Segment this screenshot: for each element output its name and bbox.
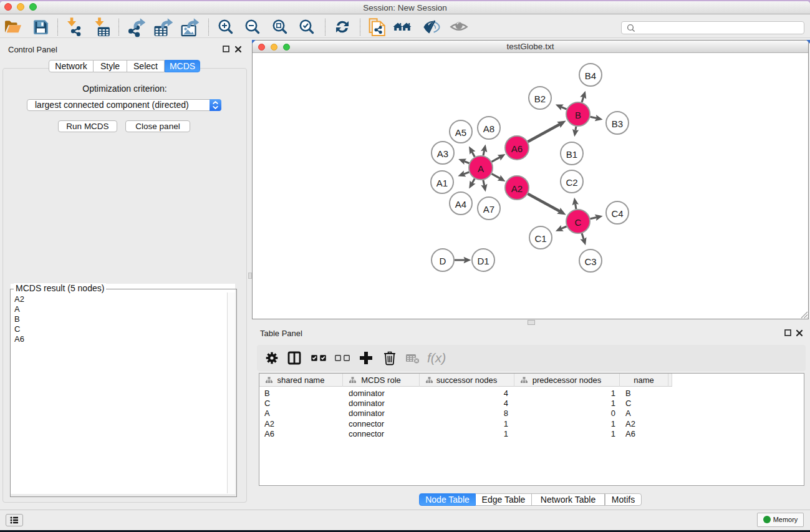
svg-text:D: D xyxy=(440,256,446,266)
svg-text:A6: A6 xyxy=(511,143,523,154)
svg-text:A3: A3 xyxy=(437,148,448,159)
svg-text:A7: A7 xyxy=(483,204,494,215)
svg-text:B3: B3 xyxy=(612,118,623,129)
svg-text:C: C xyxy=(575,217,582,228)
svg-text:A4: A4 xyxy=(455,199,466,210)
svg-text:B: B xyxy=(575,110,581,120)
svg-text:B2: B2 xyxy=(534,94,546,104)
svg-text:A2: A2 xyxy=(511,183,523,194)
svg-text:A: A xyxy=(478,163,484,174)
svg-text:C2: C2 xyxy=(566,177,577,188)
svg-text:B1: B1 xyxy=(566,149,577,160)
svg-text:A8: A8 xyxy=(483,123,494,134)
svg-text:C1: C1 xyxy=(534,233,546,244)
svg-text:f(x): f(x) xyxy=(427,351,446,365)
svg-text:A1: A1 xyxy=(436,178,448,188)
svg-text:C3: C3 xyxy=(584,256,596,267)
svg-text:B4: B4 xyxy=(585,70,596,81)
svg-text:D1: D1 xyxy=(477,256,489,266)
svg-text:C4: C4 xyxy=(611,208,623,219)
svg-text:A5: A5 xyxy=(455,127,466,138)
